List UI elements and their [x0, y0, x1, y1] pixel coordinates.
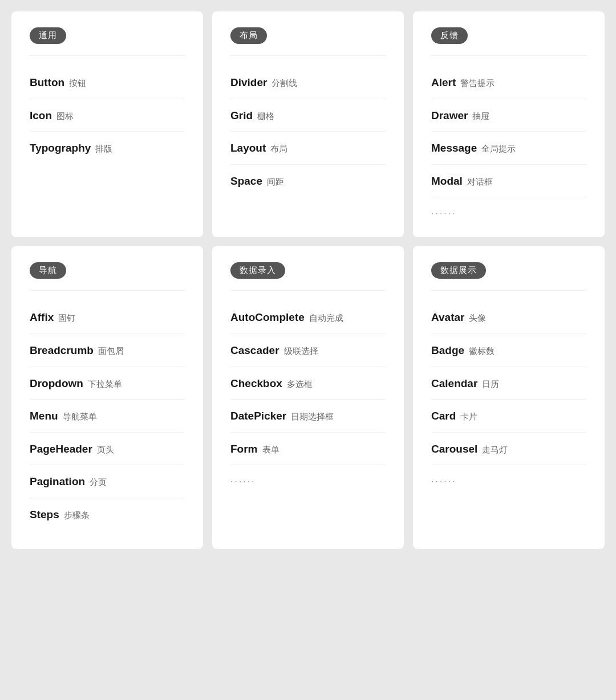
item-en-label: Space	[230, 175, 262, 187]
item-zh-label: 步骤条	[64, 510, 90, 520]
item-zh-label: 分割线	[271, 78, 297, 88]
card-navigation: 导航Affix固钉Breadcrumb面包屑Dropdown下拉菜单Menu导航…	[11, 246, 203, 548]
item-zh-label: 间距	[267, 177, 284, 186]
item-zh-label: 多选框	[287, 379, 313, 389]
item-zh-label: 排版	[95, 144, 112, 153]
item-en-label: DatePicker	[230, 410, 286, 422]
item-zh-label: 级联选择	[284, 346, 318, 356]
list-item[interactable]: Button按钮	[30, 67, 185, 99]
item-zh-label: 表单	[262, 445, 279, 454]
list-item[interactable]: Icon图标	[30, 100, 185, 132]
divider-layout	[230, 55, 386, 56]
item-en-label: AutoComplete	[230, 311, 305, 323]
list-item[interactable]: Badge徽标数	[431, 335, 586, 367]
item-en-label: Badge	[431, 344, 464, 356]
list-item[interactable]: Message全局提示	[431, 133, 586, 165]
item-zh-label: 下拉菜单	[88, 379, 122, 389]
component-grid: 通用Button按钮Icon图标Typography排版布局Divider分割线…	[11, 11, 605, 549]
list-item[interactable]: Alert警告提示	[431, 67, 586, 99]
list-item[interactable]: Cascader级联选择	[230, 335, 386, 367]
item-en-label: Button	[30, 76, 64, 88]
item-zh-label: 分页	[90, 477, 107, 487]
badge-data-display: 数据展示	[431, 262, 486, 279]
card-data-entry: 数据录入AutoComplete自动完成Cascader级联选择Checkbox…	[212, 246, 404, 548]
card-layout: 布局Divider分割线Grid栅格Layout布局Space间距	[212, 11, 404, 237]
list-item[interactable]: Layout布局	[230, 133, 386, 165]
list-item[interactable]: Form表单	[230, 434, 386, 466]
list-item[interactable]: Typography排版	[30, 133, 185, 164]
item-en-label: Checkbox	[230, 377, 282, 389]
list-item[interactable]: Divider分割线	[230, 67, 386, 99]
item-zh-label: 导航菜单	[63, 412, 97, 421]
item-en-label: Breadcrumb	[30, 344, 94, 356]
item-zh-label: 面包屑	[98, 346, 124, 356]
divider-data-entry	[230, 290, 386, 291]
item-zh-label: 图标	[56, 111, 74, 121]
item-en-label: Alert	[431, 76, 456, 88]
item-zh-label: 走马灯	[482, 445, 508, 454]
divider-general	[30, 55, 185, 56]
badge-navigation: 导航	[30, 262, 66, 279]
list-item[interactable]: Menu导航菜单	[30, 401, 185, 433]
item-en-label: Typography	[30, 142, 91, 154]
ellipsis-indicator: ......	[230, 466, 386, 487]
list-item[interactable]: AutoComplete自动完成	[230, 302, 386, 334]
item-zh-label: 全局提示	[481, 144, 516, 153]
item-en-label: Steps	[30, 508, 59, 520]
item-en-label: Icon	[30, 109, 52, 121]
divider-navigation	[30, 290, 185, 291]
item-zh-label: 日历	[482, 379, 499, 389]
list-item[interactable]: Breadcrumb面包屑	[30, 335, 185, 367]
list-item[interactable]: Grid栅格	[230, 100, 386, 132]
item-en-label: Calendar	[431, 377, 477, 389]
list-item[interactable]: DatePicker日期选择框	[230, 401, 386, 433]
ellipsis-indicator: ......	[431, 466, 586, 487]
item-en-label: Carousel	[431, 443, 477, 455]
item-en-label: Affix	[30, 311, 54, 323]
list-item[interactable]: Modal对话框	[431, 166, 586, 198]
badge-feedback: 反馈	[431, 27, 468, 44]
item-zh-label: 抽屉	[472, 111, 489, 121]
badge-layout: 布局	[230, 27, 267, 44]
badge-data-entry: 数据录入	[230, 262, 285, 279]
item-zh-label: 布局	[270, 144, 287, 153]
card-general: 通用Button按钮Icon图标Typography排版	[11, 11, 203, 237]
item-zh-label: 自动完成	[309, 313, 343, 323]
list-item[interactable]: Checkbox多选框	[230, 368, 386, 400]
item-zh-label: 日期选择框	[291, 412, 334, 421]
item-en-label: Message	[431, 142, 477, 154]
divider-data-display	[431, 290, 586, 291]
card-data-display: 数据展示Avatar头像Badge徽标数Calendar日历Card卡片Caro…	[413, 246, 605, 548]
item-zh-label: 头像	[469, 313, 486, 323]
list-item[interactable]: Calendar日历	[431, 368, 586, 400]
item-zh-label: 固钉	[58, 313, 75, 323]
item-zh-label: 警告提示	[460, 78, 495, 88]
list-item[interactable]: Pagination分页	[30, 466, 185, 498]
badge-general: 通用	[30, 27, 66, 44]
item-zh-label: 按钮	[69, 78, 86, 88]
list-item[interactable]: PageHeader页头	[30, 434, 185, 466]
list-item[interactable]: Drawer抽屉	[431, 100, 586, 132]
item-en-label: Layout	[230, 142, 266, 154]
item-zh-label: 徽标数	[469, 346, 495, 356]
item-zh-label: 栅格	[257, 111, 274, 121]
item-en-label: Avatar	[431, 311, 464, 323]
item-zh-label: 对话框	[467, 177, 493, 186]
list-item[interactable]: Carousel走马灯	[431, 434, 586, 466]
item-en-label: Divider	[230, 76, 267, 88]
item-en-label: Menu	[30, 410, 58, 422]
list-item[interactable]: Affix固钉	[30, 302, 185, 334]
item-en-label: Modal	[431, 175, 463, 187]
item-en-label: Grid	[230, 109, 253, 121]
list-item[interactable]: Card卡片	[431, 401, 586, 433]
ellipsis-indicator: ......	[431, 198, 586, 219]
list-item[interactable]: Avatar头像	[431, 302, 586, 334]
item-zh-label: 卡片	[460, 412, 477, 421]
item-en-label: Cascader	[230, 344, 279, 356]
list-item[interactable]: Dropdown下拉菜单	[30, 368, 185, 400]
list-item[interactable]: Space间距	[230, 166, 386, 197]
list-item[interactable]: Steps步骤条	[30, 499, 185, 531]
item-en-label: Form	[230, 443, 258, 455]
item-en-label: Pagination	[30, 475, 85, 487]
card-feedback: 反馈Alert警告提示Drawer抽屉Message全局提示Modal对话框..…	[413, 11, 605, 237]
